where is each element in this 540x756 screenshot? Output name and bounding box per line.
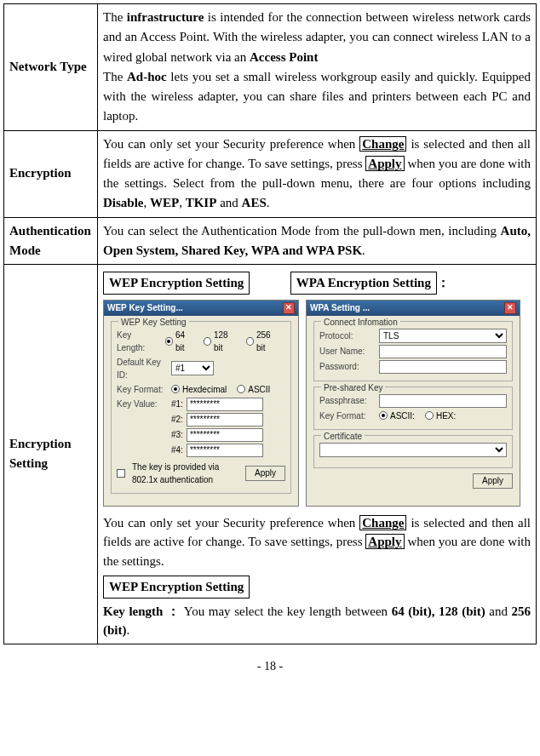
row-auth-mode: Authentication Mode You can select the A… bbox=[4, 217, 537, 265]
label-network-type: Network Type bbox=[4, 4, 98, 131]
wpa-heading: WPA Encryption Setting bbox=[290, 272, 437, 295]
label-enc-setting: Encryption Setting bbox=[4, 265, 98, 644]
close-icon[interactable]: ✕ bbox=[504, 302, 516, 314]
label-auth-mode: Authentication Mode bbox=[4, 217, 98, 265]
username-input[interactable] bbox=[379, 345, 507, 358]
radio-256bit[interactable]: 256 bit bbox=[246, 329, 279, 354]
change-button-ref: Change bbox=[359, 136, 406, 152]
key3-input[interactable] bbox=[187, 428, 263, 442]
passphrase-input[interactable] bbox=[379, 394, 507, 408]
desc-auth-mode: You can select the Authentication Mode f… bbox=[98, 217, 537, 265]
apply-button-ref: Apply bbox=[365, 156, 404, 171]
label-encryption: Encryption bbox=[4, 130, 98, 217]
row-encryption-setting: Encryption Setting WEP Encryption Settin… bbox=[4, 265, 537, 644]
desc-enc-setting: WEP Encryption Setting WPA Encryption Se… bbox=[98, 265, 537, 644]
page-number: - 18 - bbox=[3, 660, 537, 673]
desc-network-type: The infrastructure is intended for the c… bbox=[98, 4, 537, 131]
wpa-dialog-title: WPA Setting ... ✕ bbox=[307, 301, 520, 316]
password-input[interactable] bbox=[379, 360, 507, 374]
wep-heading2: WEP Encryption Setting bbox=[103, 576, 250, 598]
certificate-select[interactable] bbox=[319, 443, 507, 457]
key4-input[interactable] bbox=[187, 444, 263, 457]
wpa-apply-button[interactable]: Apply bbox=[473, 473, 513, 489]
radio-128bit[interactable]: 128 bit bbox=[204, 329, 236, 354]
wep-apply-button[interactable]: Apply bbox=[245, 466, 285, 481]
wep-dialog-title: WEP Key Setting... ✕ bbox=[104, 301, 298, 316]
radio-wpa-hex[interactable]: HEX: bbox=[425, 410, 456, 422]
wep-dialog: WEP Key Setting... ✕ WEP Key Setting Key… bbox=[103, 300, 299, 507]
desc-encryption: You can only set your Security preferenc… bbox=[98, 130, 537, 217]
radio-hex[interactable]: Hexdecimal bbox=[171, 383, 227, 396]
change-button-ref2: Change bbox=[359, 515, 406, 530]
radio-64bit[interactable]: 64 bit bbox=[165, 329, 193, 354]
default-key-select[interactable]: #1 bbox=[171, 361, 214, 375]
provided-checkbox[interactable] bbox=[117, 469, 125, 478]
manual-table: Network Type The infrastructure is inten… bbox=[3, 3, 537, 644]
row-network-type: Network Type The infrastructure is inten… bbox=[4, 4, 537, 131]
key2-input[interactable] bbox=[187, 413, 263, 427]
radio-ascii[interactable]: ASCII bbox=[237, 383, 270, 396]
radio-wpa-ascii[interactable]: ASCII: bbox=[379, 410, 415, 422]
row-encryption: Encryption You can only set your Securit… bbox=[4, 130, 537, 217]
wpa-dialog: WPA Setting ... ✕ Connect Infomation Pro… bbox=[306, 300, 520, 507]
apply-button-ref2: Apply bbox=[365, 534, 404, 549]
protocol-select[interactable]: TLS bbox=[379, 329, 507, 343]
wep-heading: WEP Encryption Setting bbox=[103, 272, 250, 295]
close-icon[interactable]: ✕ bbox=[283, 302, 295, 314]
key1-input[interactable] bbox=[187, 398, 263, 411]
